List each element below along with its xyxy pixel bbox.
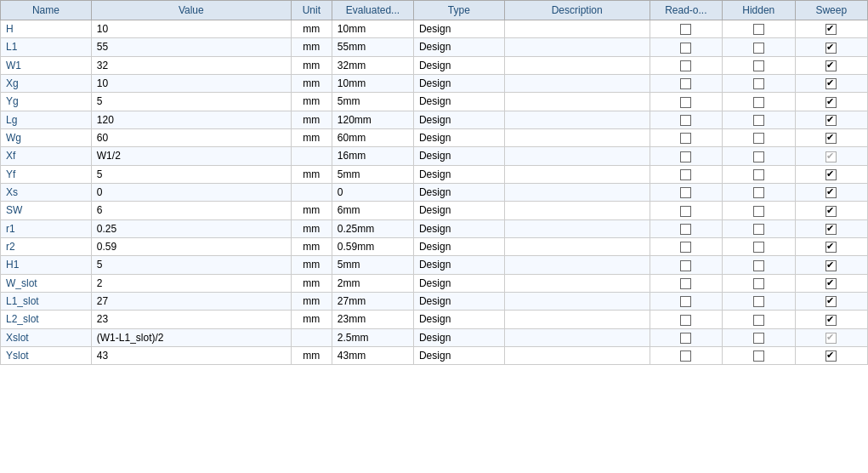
- sweep-checkbox[interactable]: [825, 333, 837, 344]
- cell-hidden[interactable]: [723, 93, 795, 111]
- sweep-checkbox[interactable]: [825, 169, 837, 180]
- cell-readonly[interactable]: [650, 202, 722, 219]
- readonly-checkbox[interactable]: [680, 242, 691, 253]
- readonly-checkbox[interactable]: [680, 169, 691, 180]
- cell-name[interactable]: L1_slot: [1, 292, 92, 310]
- cell-sweep[interactable]: [795, 346, 868, 364]
- cell-hidden[interactable]: [723, 328, 795, 346]
- cell-readonly[interactable]: [650, 237, 722, 255]
- cell-hidden[interactable]: [723, 74, 795, 92]
- cell-sweep[interactable]: [795, 38, 868, 56]
- hidden-checkbox[interactable]: [753, 278, 764, 289]
- hidden-checkbox[interactable]: [753, 242, 764, 253]
- cell-value[interactable]: W1/2: [91, 147, 291, 165]
- cell-hidden[interactable]: [723, 147, 795, 165]
- cell-value[interactable]: 2: [91, 274, 291, 292]
- cell-readonly[interactable]: [650, 274, 722, 292]
- cell-value[interactable]: 55: [91, 38, 291, 56]
- cell-sweep[interactable]: [795, 111, 868, 128]
- cell-readonly[interactable]: [650, 256, 722, 274]
- cell-hidden[interactable]: [723, 219, 795, 237]
- cell-value[interactable]: 10: [91, 20, 291, 38]
- readonly-checkbox[interactable]: [680, 60, 691, 71]
- sweep-checkbox[interactable]: [825, 224, 837, 235]
- hidden-checkbox[interactable]: [753, 60, 764, 71]
- readonly-checkbox[interactable]: [680, 315, 691, 326]
- cell-name[interactable]: Xslot: [1, 328, 92, 346]
- cell-name[interactable]: Yf: [1, 165, 92, 183]
- cell-value[interactable]: 5: [91, 165, 291, 183]
- readonly-checkbox[interactable]: [680, 24, 691, 35]
- cell-sweep[interactable]: [795, 274, 868, 292]
- sweep-checkbox[interactable]: [825, 115, 837, 126]
- sweep-checkbox[interactable]: [825, 151, 837, 162]
- cell-sweep[interactable]: [795, 20, 868, 38]
- cell-name[interactable]: Xf: [1, 147, 92, 165]
- hidden-checkbox[interactable]: [753, 187, 764, 198]
- sweep-checkbox[interactable]: [825, 296, 837, 307]
- cell-hidden[interactable]: [723, 202, 795, 219]
- hidden-checkbox[interactable]: [753, 78, 764, 89]
- sweep-checkbox[interactable]: [825, 78, 837, 89]
- cell-sweep[interactable]: [795, 93, 868, 111]
- cell-hidden[interactable]: [723, 237, 795, 255]
- cell-sweep[interactable]: [795, 311, 868, 328]
- cell-value[interactable]: 5: [91, 93, 291, 111]
- cell-value[interactable]: 0.25: [91, 219, 291, 237]
- readonly-checkbox[interactable]: [680, 206, 691, 217]
- cell-hidden[interactable]: [723, 56, 795, 74]
- cell-value[interactable]: (W1-L1_slot)/2: [91, 328, 291, 346]
- hidden-checkbox[interactable]: [753, 151, 764, 162]
- hidden-checkbox[interactable]: [753, 224, 764, 235]
- sweep-checkbox[interactable]: [825, 187, 837, 198]
- cell-sweep[interactable]: [795, 219, 868, 237]
- cell-name[interactable]: SW: [1, 202, 92, 219]
- cell-name[interactable]: r2: [1, 237, 92, 255]
- hidden-checkbox[interactable]: [753, 260, 764, 271]
- cell-sweep[interactable]: [795, 128, 868, 146]
- cell-name[interactable]: L1: [1, 38, 92, 56]
- sweep-checkbox[interactable]: [825, 260, 837, 271]
- readonly-checkbox[interactable]: [680, 97, 691, 108]
- readonly-checkbox[interactable]: [680, 187, 691, 198]
- sweep-checkbox[interactable]: [825, 315, 837, 326]
- cell-readonly[interactable]: [650, 74, 722, 92]
- cell-readonly[interactable]: [650, 93, 722, 111]
- cell-value[interactable]: 23: [91, 311, 291, 328]
- cell-readonly[interactable]: [650, 311, 722, 328]
- cell-name[interactable]: Xs: [1, 183, 92, 201]
- hidden-checkbox[interactable]: [753, 43, 764, 54]
- cell-name[interactable]: r1: [1, 219, 92, 237]
- cell-name[interactable]: Wg: [1, 128, 92, 146]
- cell-readonly[interactable]: [650, 219, 722, 237]
- hidden-checkbox[interactable]: [753, 333, 764, 344]
- cell-hidden[interactable]: [723, 256, 795, 274]
- readonly-checkbox[interactable]: [680, 333, 691, 344]
- cell-sweep[interactable]: [795, 165, 868, 183]
- cell-name[interactable]: H1: [1, 256, 92, 274]
- cell-value[interactable]: 120: [91, 111, 291, 128]
- cell-sweep[interactable]: [795, 328, 868, 346]
- cell-sweep[interactable]: [795, 56, 868, 74]
- cell-sweep[interactable]: [795, 147, 868, 165]
- readonly-checkbox[interactable]: [680, 278, 691, 289]
- cell-hidden[interactable]: [723, 292, 795, 310]
- readonly-checkbox[interactable]: [680, 78, 691, 89]
- cell-hidden[interactable]: [723, 38, 795, 56]
- cell-readonly[interactable]: [650, 165, 722, 183]
- cell-value[interactable]: 5: [91, 256, 291, 274]
- sweep-checkbox[interactable]: [825, 278, 837, 289]
- readonly-checkbox[interactable]: [680, 151, 691, 162]
- sweep-checkbox[interactable]: [825, 350, 837, 362]
- cell-readonly[interactable]: [650, 292, 722, 310]
- readonly-checkbox[interactable]: [680, 43, 691, 54]
- sweep-checkbox[interactable]: [825, 97, 837, 108]
- cell-sweep[interactable]: [795, 292, 868, 310]
- cell-name[interactable]: Yg: [1, 93, 92, 111]
- cell-hidden[interactable]: [723, 274, 795, 292]
- readonly-checkbox[interactable]: [680, 224, 691, 235]
- cell-value[interactable]: 10: [91, 74, 291, 92]
- cell-sweep[interactable]: [795, 74, 868, 92]
- hidden-checkbox[interactable]: [753, 97, 764, 108]
- cell-hidden[interactable]: [723, 20, 795, 38]
